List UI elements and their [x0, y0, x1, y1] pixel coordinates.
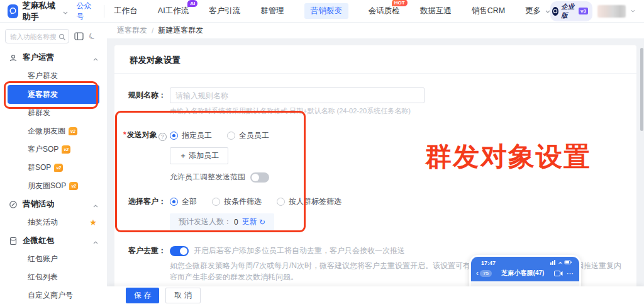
footer-action-bar: 保 存 取 消 — [107, 286, 644, 304]
estimate-label: 预计发送人数： — [179, 217, 231, 227]
v2-badge: v2 — [54, 164, 63, 172]
radio-dot — [212, 198, 220, 206]
sidebar-item-lottery[interactable]: 抽奖活动 ★ — [0, 213, 107, 232]
edition-badge: 企业版 v3 — [550, 1, 592, 21]
sidebar-section-marketing[interactable]: 营销活动 — [0, 195, 107, 213]
nav-item-more[interactable]: 更多 — [525, 6, 550, 16]
send-target-row: *发送对象?： 指定员工 全员员工 — [123, 130, 628, 141]
unread-count-badge: 75 — [480, 270, 492, 277]
sidebar-item-group-sop[interactable]: 群SOP v2 — [0, 159, 107, 177]
radio-dot — [227, 132, 235, 140]
cancel-button[interactable]: 取 消 — [165, 288, 200, 303]
chevron-up-icon — [93, 199, 98, 210]
section-title-send-target-settings: 群发对象设置 — [123, 45, 628, 73]
rule-name-helper: 未输入名称时系统将采用默认名称格式 日期+默认名称 (24-02-20系统任务名… — [170, 106, 628, 116]
estimate-box: 预计发送人数： 0 更新↻ — [170, 213, 274, 230]
nav-item-customer-acquisition[interactable]: 客户引流 — [209, 6, 240, 16]
sidebar-section-red-packet[interactable]: 企微红包 — [0, 232, 107, 250]
chat-title: 芝麻小客服(47) — [492, 269, 554, 278]
chevron-down-icon — [63, 6, 68, 17]
send-target-label: *发送对象?： — [123, 130, 166, 141]
edition-label: 企业版 — [561, 3, 576, 20]
sidebar-item-red-packet-list[interactable]: 红包列表 — [0, 268, 107, 286]
phone-status-bar: 17:47 — [471, 257, 579, 267]
item-label: 客户SOP — [28, 144, 58, 155]
required-mark: * — [123, 130, 126, 139]
video-call-icon — [554, 271, 563, 276]
navbar-right: 企业版 v3 — [550, 1, 644, 21]
dedupe-label: 客户去重： — [123, 245, 166, 256]
vertical-scrollbar[interactable] — [640, 48, 643, 131]
label-text: 发送对象 — [127, 130, 157, 139]
customer-ops-icon — [9, 53, 18, 62]
toggle-knob — [252, 174, 259, 181]
sidebar-item-custom-merchant[interactable]: 自定义商户号 — [0, 286, 107, 304]
sidebar-item-red-packet-account[interactable]: 红包账户 — [0, 250, 107, 268]
add-employee-button[interactable]: ＋ 添加员工 — [170, 147, 228, 164]
nav-item-marketing-fission[interactable]: 营销裂变 — [304, 3, 348, 19]
version-badge: v3 — [579, 8, 588, 14]
phone-status-icons — [550, 259, 572, 266]
allow-adjust-label: 允许员工调整发送范围 — [170, 172, 245, 183]
select-customer-label: 选择客户： — [123, 196, 166, 207]
select-customer-row: 选择客户： 全部 按条件筛选 按人群标签筛选 — [123, 196, 628, 207]
red-packet-icon — [9, 237, 18, 245]
dark-mode-icon[interactable]: ☾ — [87, 30, 97, 42]
v2-badge: v2 — [62, 145, 70, 154]
nav-item-workbench[interactable]: 工作台 — [114, 6, 138, 16]
sidebar-item-moments-sop[interactable]: 朋友圈SOP v2 — [0, 177, 107, 195]
section-title: 企微红包 — [23, 235, 54, 246]
nav-item-ai-workflow[interactable]: AI工作流 AI — [158, 6, 189, 16]
brand-tab-official-account[interactable]: 公众号 — [77, 1, 95, 22]
sidebar-item-wecom-moments[interactable]: 企微朋友圈 v2 — [0, 122, 107, 140]
chevron-down-icon — [545, 10, 550, 13]
radio-all-customers[interactable]: 全部 — [170, 196, 197, 207]
sidebar-section-customer-ops[interactable]: 客户运营 — [0, 48, 107, 67]
brand-switcher[interactable]: 芝麻私域助手 — [0, 0, 68, 23]
nav-item-data-exchange[interactable]: 数据互通 — [420, 6, 452, 16]
sidebar-item-customer-mass-send[interactable]: 客户群发 — [0, 67, 107, 85]
chevron-up-icon — [93, 52, 98, 64]
radio-label: 全员员工 — [239, 130, 269, 141]
item-label: 企微朋友圈 — [28, 126, 65, 137]
item-label: 朋友圈SOP — [28, 181, 66, 191]
radio-filter-by-condition[interactable]: 按条件筛选 — [212, 196, 262, 207]
refresh-icon: ↻ — [259, 218, 265, 227]
nav-item-chat-inspection[interactable]: 会话质检 HOT — [369, 6, 400, 16]
sidebar-item-per-customer-mass-send[interactable]: 逐客群发 — [8, 85, 99, 104]
brand-name: 芝麻私域助手 — [23, 0, 60, 23]
rule-name-label: 规则名称： — [123, 90, 166, 101]
phone-header: 17:47 ‹ 75 芝麻小客服(47) ⋯ — [471, 257, 579, 281]
breadcrumb-parent[interactable]: 逐客群发 — [117, 25, 147, 36]
save-button[interactable]: 保 存 — [126, 288, 159, 303]
star-icon: ★ — [89, 218, 97, 227]
refresh-link[interactable]: 更新↻ — [242, 217, 265, 227]
nav-divider — [104, 5, 104, 18]
breadcrumb-current: 新建逐客群发 — [158, 25, 203, 36]
ai-badge: AI — [187, 0, 197, 7]
more-icon[interactable]: ⋯ — [567, 269, 574, 278]
rule-name-input[interactable] — [170, 87, 425, 103]
app-window: 芝麻私域助手 公众号 工作台 AI工作流 AI 客户引流 群管理 营销裂变 会话… — [0, 0, 644, 304]
phone-nav-bar: ‹ 75 芝麻小客服(47) ⋯ — [471, 267, 579, 281]
nav-item-sales-crm[interactable]: 销售CRM — [472, 6, 505, 16]
radio-designated-staff[interactable]: 指定员工 — [170, 130, 212, 141]
phone-time: 17:47 — [481, 260, 496, 266]
section-title: 营销活动 — [23, 199, 54, 210]
back-chevron-icon[interactable]: ‹ — [476, 269, 479, 277]
radio-all-staff[interactable]: 全员员工 — [227, 130, 269, 141]
chevron-up-icon — [93, 235, 98, 247]
toggle-dedupe-on[interactable] — [170, 246, 189, 256]
item-label: 抽奖活动 — [28, 217, 58, 228]
nav-item-group-management[interactable]: 群管理 — [260, 6, 284, 16]
help-icon[interactable]: ? — [158, 133, 167, 141]
sidebar-toolbar: ☾ — [0, 23, 107, 48]
sidebar-item-group-mass-send[interactable]: 群群发 — [0, 104, 107, 122]
radio-dot-selected — [170, 132, 178, 140]
user-account[interactable] — [597, 5, 626, 18]
refresh-label: 更新 — [242, 217, 257, 227]
sidebar-item-customer-sop[interactable]: 客户SOP v2 — [0, 140, 107, 159]
toggle-allow-adjust-off[interactable] — [250, 172, 269, 183]
collapse-sidebar-icon[interactable] — [74, 32, 84, 40]
radio-filter-by-tag[interactable]: 按人群标签筛选 — [277, 196, 341, 207]
